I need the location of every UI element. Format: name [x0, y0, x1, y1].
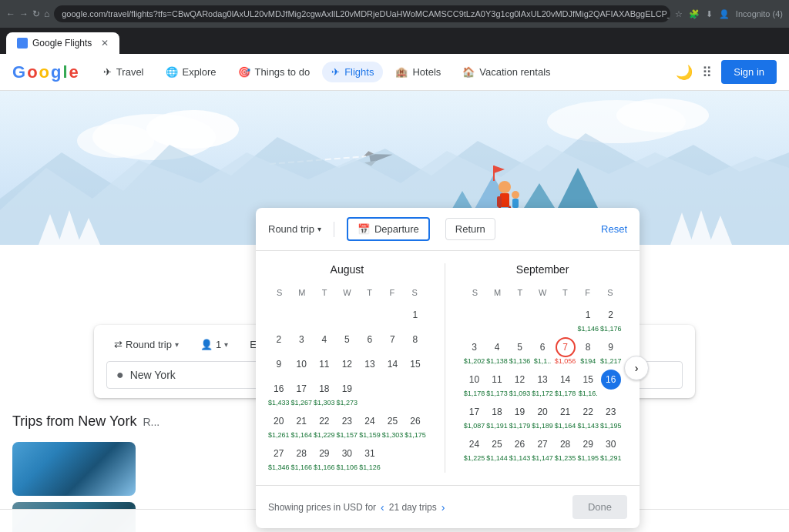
aug-day-6[interactable]: 6 [359, 328, 381, 351]
sep-day-20[interactable]: 20$1,189 [532, 400, 553, 431]
aug-day-21[interactable]: 21$1,164 [291, 410, 313, 440]
aug-day-2[interactable]: 2 [268, 328, 290, 351]
active-tab[interactable]: Google Flights ✕ [6, 32, 119, 54]
sep-day-28[interactable]: 28$1,235 [555, 433, 576, 463]
svg-rect-28 [512, 199, 519, 208]
sep-day-2[interactable]: 2$1,176 [600, 303, 622, 334]
sep-day-24[interactable]: 24$1,225 [464, 433, 485, 463]
address-bar[interactable]: google.com/travel/flights?tfs=CBwQARodag… [54, 5, 670, 22]
nav-travel[interactable]: ✈ Travel [94, 62, 153, 82]
august-month: August S M T W T F S [268, 263, 426, 473]
aug-day-28[interactable]: 28$1,166 [291, 442, 313, 473]
sep-day-27[interactable]: 27$1,147 [532, 433, 553, 463]
sep-day-21[interactable]: 21$1,164 [555, 400, 576, 431]
cal-return-field[interactable]: Return [445, 218, 495, 240]
aug-day-14[interactable]: 14 [382, 353, 404, 376]
sep-day-23[interactable]: 23$1,195 [600, 400, 622, 431]
aug-day-25[interactable]: 25$1,303 [382, 410, 404, 440]
sign-in-button[interactable]: Sign in [721, 60, 777, 84]
sep-day-7[interactable]: 7$1,056 [555, 336, 576, 366]
cal-reset-button[interactable]: Reset [601, 223, 627, 235]
location-icon: ● [116, 368, 124, 382]
sep-day-1[interactable]: 1$1,146 [577, 303, 599, 334]
dark-mode-button[interactable]: 🌙 [676, 64, 693, 81]
sep-day-9[interactable]: 9$1,217 [600, 336, 622, 366]
aug-day-22[interactable]: 22$1,229 [314, 410, 335, 440]
sep-day-22[interactable]: 22$1,143 [577, 400, 599, 431]
aug-day-27[interactable]: 27$1,346 [268, 442, 290, 473]
nav-hotels[interactable]: 🏨 Hotels [386, 62, 450, 82]
september-month: September S M T W T F S [464, 263, 622, 473]
sep-day-6[interactable]: 6$1,1.. [532, 336, 553, 366]
aug-day-24[interactable]: 24$1,159 [359, 410, 381, 440]
reload-btn[interactable]: ↻ [32, 8, 40, 19]
aug-day-20[interactable]: 20$1,261 [268, 410, 290, 440]
cal-trip-type-label: Round trip [268, 223, 314, 235]
aug-day-7[interactable]: 7 [382, 328, 404, 351]
sep-day-4[interactable]: 4$1,138 [486, 336, 508, 366]
sep-day-19[interactable]: 19$1,179 [509, 400, 531, 431]
apps-button[interactable]: ⠿ [702, 64, 712, 81]
trip-type-button[interactable]: ⇄ Round trip ▾ [106, 334, 186, 355]
sep-day-16[interactable]: 16$1,007 [600, 368, 622, 399]
aug-day-8[interactable]: 8 [405, 328, 426, 351]
sep-day-29[interactable]: 29$1,195 [577, 433, 599, 463]
aug-day-18[interactable]: 18$1,303 [314, 377, 335, 408]
august-weekdays: S M T W T F S [268, 285, 426, 300]
aug-day-3[interactable]: 3 [291, 328, 313, 351]
sep-day-26[interactable]: 26$1,143 [509, 433, 531, 463]
profile-icon[interactable]: 👤 [719, 9, 730, 19]
nav-flights[interactable]: ✈ Flights [322, 62, 383, 82]
cal-departure-field[interactable]: 📅 Departure [347, 217, 430, 241]
next-duration-button[interactable]: › [442, 501, 445, 514]
aug-day-9[interactable]: 9 [268, 353, 290, 376]
forward-btn[interactable]: → [19, 8, 29, 19]
sep-day-30[interactable]: 30$1,291 [600, 433, 622, 463]
aug-day-19[interactable]: 19$1,273 [337, 377, 358, 408]
aug-day-30[interactable]: 30$1,106 [337, 442, 358, 473]
sep-day-11[interactable]: 11$1,173 [486, 368, 508, 399]
sep-day-8[interactable]: 8$194 [577, 336, 599, 366]
cal-trip-type-selector[interactable]: Round trip ▾ [268, 223, 321, 235]
aug-day-17[interactable]: 17$1,267 [291, 377, 313, 408]
sep-day-18[interactable]: 18$1,191 [486, 400, 508, 431]
aug-day-11[interactable]: 11 [314, 353, 335, 376]
aug-day-23[interactable]: 23$1,157 [337, 410, 358, 440]
cal-footer: Showing prices in USD for ‹ 21 day trips… [256, 485, 640, 528]
sep-day-17[interactable]: 17$1,087 [464, 400, 485, 431]
download-icon[interactable]: ⬇ [706, 9, 713, 19]
done-button[interactable]: Done [572, 495, 627, 519]
back-btn[interactable]: ← [6, 8, 15, 19]
aug-day-10[interactable]: 10 [291, 353, 313, 376]
aug-day-26[interactable]: 26$1,175 [405, 410, 426, 440]
sep-day-3[interactable]: 3$1,202 [464, 336, 485, 366]
sep-day-14[interactable]: 14$1,178 [555, 368, 576, 399]
destination-card-1[interactable] [12, 442, 136, 496]
prev-duration-button[interactable]: ‹ [381, 501, 384, 514]
aug-day-5[interactable]: 5 [337, 328, 358, 351]
sep-day-5[interactable]: 5$1,136 [509, 336, 531, 366]
sep-day-15[interactable]: 15$1,16. [577, 368, 599, 399]
aug-day-13[interactable]: 13 [359, 353, 381, 376]
aug-day-1[interactable]: 1 [405, 303, 426, 326]
sep-day-12[interactable]: 12$1,093 [509, 368, 531, 399]
aug-day-15[interactable]: 15 [405, 353, 426, 376]
sep-day-13[interactable]: 13$1,172 [532, 368, 553, 399]
sep-day-10[interactable]: 10$1,178 [464, 368, 485, 399]
home-btn[interactable]: ⌂ [44, 8, 49, 19]
tab-close[interactable]: ✕ [101, 38, 109, 49]
extensions-icon[interactable]: 🧩 [689, 9, 700, 19]
aug-day-29[interactable]: 29$1,166 [314, 442, 335, 473]
nav-things[interactable]: 🎯 Things to do [229, 62, 320, 82]
aug-day-4[interactable]: 4 [314, 328, 335, 351]
aug-day-12[interactable]: 12 [337, 353, 358, 376]
passengers-button[interactable]: 👤 1 ▾ [193, 334, 236, 355]
next-month-button[interactable]: › [624, 356, 649, 380]
aug-day-16[interactable]: 16$1,433 [268, 377, 290, 408]
calendar-overlay: Round trip ▾ 📅 Departure Return Reset Au… [256, 208, 640, 528]
nav-explore[interactable]: 🌐 Explore [156, 62, 226, 82]
bookmark-icon[interactable]: ☆ [675, 9, 683, 19]
sep-day-25[interactable]: 25$1,144 [486, 433, 508, 463]
nav-vacation[interactable]: 🏠 Vacation rentals [453, 62, 559, 82]
aug-day-31[interactable]: 31$1,126 [359, 442, 381, 473]
